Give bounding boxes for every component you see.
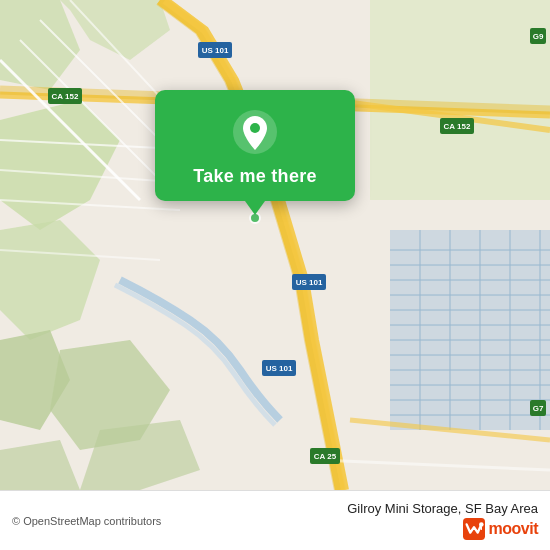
svg-text:US 101: US 101 — [202, 46, 229, 55]
svg-text:CA 152: CA 152 — [444, 122, 471, 131]
popup-label: Take me there — [193, 166, 317, 187]
map-svg: US 101 CA 152 CA 152 US 101 US 101 CA 25… — [0, 0, 550, 490]
bottom-bar: © OpenStreetMap contributors Gilroy Mini… — [0, 490, 550, 550]
moovit-logo[interactable]: moovit — [463, 518, 538, 540]
svg-text:US 101: US 101 — [296, 278, 323, 287]
attribution: © OpenStreetMap contributors — [12, 515, 161, 527]
svg-text:G7: G7 — [533, 404, 544, 413]
location-name: Gilroy Mini Storage, SF Bay Area — [347, 501, 538, 516]
moovit-brand-icon — [463, 518, 485, 540]
svg-text:US 101: US 101 — [266, 364, 293, 373]
svg-text:CA 152: CA 152 — [52, 92, 79, 101]
svg-text:G9: G9 — [533, 32, 544, 41]
location-pin-icon — [231, 108, 279, 156]
svg-point-59 — [250, 123, 260, 133]
brand: Gilroy Mini Storage, SF Bay Area moovit — [347, 501, 538, 540]
svg-point-61 — [479, 522, 484, 527]
moovit-text: moovit — [489, 520, 538, 538]
popup-card[interactable]: Take me there — [155, 90, 355, 201]
svg-text:CA 25: CA 25 — [314, 452, 337, 461]
map-container: US 101 CA 152 CA 152 US 101 US 101 CA 25… — [0, 0, 550, 490]
